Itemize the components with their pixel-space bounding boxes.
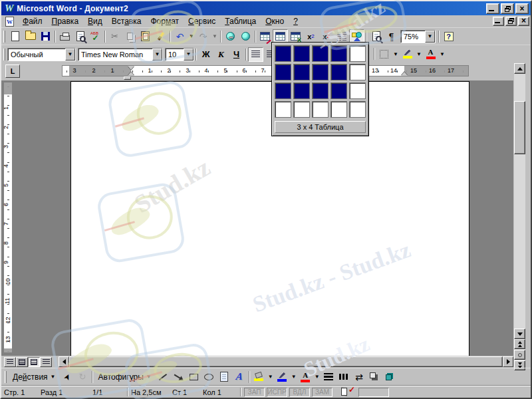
scroll-right-button[interactable] [503, 356, 513, 367]
vertical-scrollbar[interactable] [514, 63, 525, 370]
select-objects-button[interactable]: ➤ [60, 370, 75, 384]
autoshapes-menu-button[interactable]: Автофигуры▼ [94, 370, 156, 384]
insert-hyperlink-button[interactable] [223, 29, 238, 44]
zoom-combo[interactable]: 75%▼ [400, 30, 436, 43]
table-grid-cell[interactable] [312, 82, 329, 99]
print-button[interactable] [57, 29, 72, 44]
table-grid-cell[interactable] [293, 101, 310, 118]
menu-item[interactable]: ? [289, 16, 303, 27]
format-painter-button[interactable] [153, 29, 168, 44]
page-layout-view-button[interactable] [28, 357, 40, 367]
font-size-combo[interactable]: 10▼ [165, 48, 194, 61]
line-color-dropdown[interactable]: ▼ [290, 370, 298, 384]
vertical-scroll-thumb[interactable] [514, 101, 525, 154]
document-map-button[interactable] [368, 29, 384, 44]
table-grid-cell[interactable] [331, 101, 347, 118]
style-combo[interactable]: Обычный▼ [7, 48, 76, 61]
font-color-dropdown[interactable]: ▼ [438, 47, 446, 61]
show-paragraphs-button[interactable]: ¶ [384, 29, 399, 44]
hanging-indent-marker[interactable] [128, 72, 134, 76]
scroll-left-button[interactable] [59, 356, 69, 367]
horizontal-ruler[interactable]: 3211234567891011121314151617 [62, 65, 469, 76]
line-button[interactable] [156, 370, 171, 384]
status-toggle[interactable]: ЗАП [244, 388, 265, 397]
previous-page-button[interactable] [514, 339, 525, 349]
shadow-button[interactable] [367, 370, 382, 384]
fill-color-button[interactable] [251, 370, 267, 384]
new-document-button[interactable] [7, 29, 23, 44]
menu-item[interactable]: Правка [47, 16, 84, 27]
paste-button[interactable] [138, 29, 153, 44]
scroll-up-button[interactable] [514, 63, 525, 74]
tab-selector[interactable]: L [5, 65, 20, 78]
spelling-button[interactable]: АБВ✓ [88, 29, 103, 44]
menu-item[interactable]: Формат [146, 16, 184, 27]
table-grid-cell[interactable] [275, 45, 291, 62]
undo-dropdown[interactable]: ▼ [188, 29, 196, 44]
undo-button[interactable]: ↶ [172, 29, 188, 44]
highlight-dropdown[interactable]: ▼ [415, 47, 423, 61]
wordart-button[interactable]: A [232, 370, 247, 384]
outline-view-button[interactable] [40, 357, 52, 367]
minimize-button[interactable] [486, 3, 499, 14]
close-button[interactable]: × [515, 3, 529, 14]
menu-item[interactable]: Таблица [220, 16, 261, 27]
scroll-down-button[interactable] [514, 329, 525, 339]
toolbar-grip[interactable] [3, 31, 5, 43]
bold-button[interactable]: Ж [198, 47, 213, 62]
menu-item[interactable]: Вид [83, 16, 107, 27]
doc-close-button[interactable]: × [518, 17, 529, 26]
restore-button[interactable] [501, 3, 514, 14]
table-grid-cell[interactable] [331, 64, 347, 80]
draw-menu-button[interactable]: Действия▼ [9, 370, 60, 384]
table-grid-cell[interactable] [275, 101, 291, 118]
save-button[interactable] [38, 29, 53, 44]
print-preview-button[interactable] [72, 29, 88, 44]
font-combo[interactable]: Times New Roman▼ [78, 48, 163, 61]
threed-button[interactable] [382, 370, 398, 384]
toolbar-grip[interactable] [3, 49, 5, 61]
zoom-dropdown-arrow[interactable]: ▼ [425, 31, 435, 43]
table-grid-cell[interactable] [331, 45, 347, 62]
left-indent-marker[interactable] [124, 76, 131, 80]
table-grid-cell[interactable] [312, 45, 329, 62]
vertical-ruler[interactable]: 12345678910111213 [3, 82, 13, 353]
menu-item[interactable]: Файл [18, 16, 47, 27]
toolbar-grip[interactable] [5, 371, 7, 383]
borders-button[interactable] [376, 47, 392, 61]
horizontal-scroll-track[interactable] [59, 356, 513, 367]
table-grid-cell[interactable] [349, 45, 366, 62]
style-dropdown-arrow[interactable]: ▼ [65, 49, 75, 61]
table-grid-cell[interactable] [275, 82, 291, 99]
tables-borders-button[interactable] [257, 29, 273, 44]
right-indent-marker[interactable] [401, 72, 408, 76]
align-left-button[interactable] [248, 47, 263, 62]
table-grid-cell[interactable] [293, 82, 310, 99]
menu-item[interactable]: Сервис [184, 16, 220, 27]
web-layout-view-button[interactable] [16, 357, 28, 367]
font-color-button[interactable]: А [298, 370, 313, 384]
arrow-button[interactable] [171, 370, 186, 384]
menu-item[interactable]: Окно [261, 16, 289, 27]
help-button[interactable]: ? [441, 29, 456, 44]
line-style-button[interactable] [321, 370, 336, 384]
table-grid-cell[interactable] [312, 101, 329, 118]
font-color-button[interactable]: А [423, 47, 438, 61]
document-page[interactable] [70, 81, 469, 356]
table-grid-cell[interactable] [349, 101, 366, 118]
arrow-style-button[interactable]: ⇄ [352, 370, 367, 384]
status-toggle[interactable]: ВДЛ [289, 388, 310, 397]
highlight-button[interactable] [400, 47, 415, 61]
status-toggle[interactable]: ЗАМ [312, 388, 332, 397]
underline-button[interactable]: Ч [229, 47, 244, 62]
status-toggle[interactable]: ИСПР [267, 388, 287, 397]
line-color-button[interactable] [275, 370, 290, 384]
table-grid-cell[interactable] [349, 64, 366, 80]
table-grid-cell[interactable] [275, 64, 291, 80]
text-box-button[interactable] [217, 370, 232, 384]
borders-dropdown[interactable]: ▼ [392, 47, 400, 61]
font-dropdown-arrow[interactable]: ▼ [152, 49, 162, 61]
table-grid-cell[interactable] [312, 64, 329, 80]
select-browse-object-button[interactable] [514, 350, 525, 360]
doc-restore-button[interactable] [505, 17, 517, 26]
